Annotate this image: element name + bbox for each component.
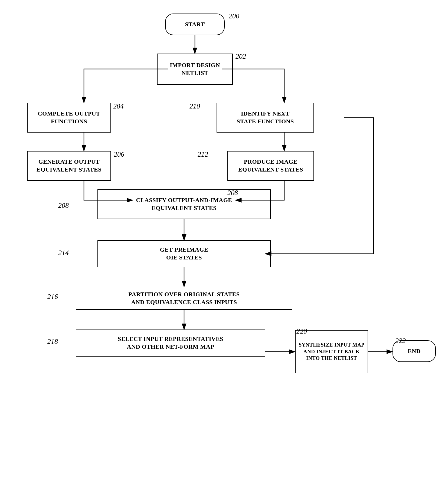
synthesize-node: SYNTHESIZE INPUT MAP AND INJECT IT BACK …	[295, 330, 368, 373]
import-netlist-label: IMPORT DESIGN NETLIST	[170, 61, 220, 77]
produce-image-node: PRODUCE IMAGE EQUIVALENT STATES	[227, 151, 314, 181]
classify-ref-left: 208	[58, 202, 69, 210]
import-netlist-ref: 202	[236, 52, 246, 61]
classify-label: CLASSIFY OUTPUT-AND-IMAGE EQUIVALENT STA…	[136, 196, 232, 212]
import-netlist-node: IMPORT DESIGN NETLIST	[157, 54, 233, 85]
produce-image-label: PRODUCE IMAGE EQUIVALENT STATES	[238, 158, 303, 173]
get-preimage-ref: 214	[58, 249, 69, 257]
generate-output-label: GENERATE OUTPUT EQUIVALENT STATES	[37, 158, 102, 173]
complete-output-ref: 204	[113, 102, 124, 110]
start-node: START	[165, 14, 225, 35]
classify-node: CLASSIFY OUTPUT-AND-IMAGE EQUIVALENT STA…	[97, 189, 271, 219]
synthesize-label: SYNTHESIZE INPUT MAP AND INJECT IT BACK …	[299, 342, 365, 362]
generate-output-ref: 206	[114, 150, 124, 159]
get-preimage-node: GET PREIMAGE OIE STATES	[97, 240, 271, 267]
select-input-ref: 218	[47, 338, 58, 346]
produce-image-ref: 212	[198, 150, 208, 159]
complete-output-label: COMPLETE OUTPUT FUNCTIONS	[38, 110, 100, 125]
generate-output-node: GENERATE OUTPUT EQUIVALENT STATES	[27, 151, 111, 181]
end-ref: 222	[395, 337, 406, 345]
identify-next-ref: 210	[189, 102, 200, 110]
start-ref: 200	[229, 12, 239, 20]
flowchart: START 200 IMPORT DESIGN NETLIST 202 COMP…	[0, 0, 448, 494]
end-label: END	[408, 347, 421, 355]
identify-next-node: IDENTIFY NEXT STATE FUNCTIONS	[217, 103, 314, 133]
identify-next-label: IDENTIFY NEXT STATE FUNCTIONS	[237, 110, 294, 125]
synthesize-ref: 220	[296, 327, 307, 335]
select-input-label: SELECT INPUT REPRESENTATIVES AND OTHER N…	[118, 335, 223, 351]
get-preimage-label: GET PREIMAGE OIE STATES	[160, 246, 208, 261]
partition-ref: 216	[47, 293, 58, 301]
classify-ref-top: 208	[227, 189, 238, 197]
partition-node: PARTITION OVER ORIGINAL STATES AND EQUIV…	[76, 287, 292, 310]
complete-output-node: COMPLETE OUTPUT FUNCTIONS	[27, 103, 111, 133]
start-label: START	[185, 21, 205, 28]
select-input-node: SELECT INPUT REPRESENTATIVES AND OTHER N…	[76, 330, 265, 357]
partition-label: PARTITION OVER ORIGINAL STATES AND EQUIV…	[129, 291, 240, 306]
